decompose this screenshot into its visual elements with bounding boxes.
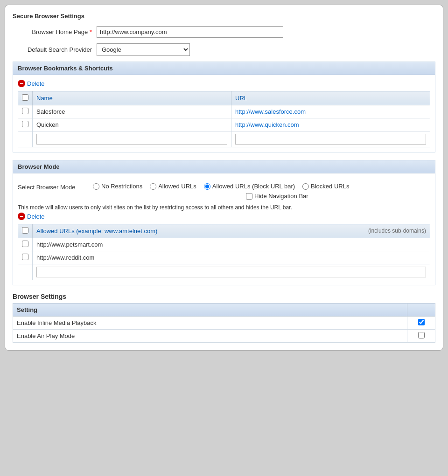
url-row-2-checkbox[interactable] — [22, 254, 28, 260]
allowed-urls-col-header: Allowed URLs (example: www.amtelnet.com)… — [33, 224, 430, 238]
setting-row-2-checkbox-cell — [407, 330, 435, 343]
radio-allowed-urls-block[interactable]: Allowed URLs (Block URL bar) — [204, 183, 295, 190]
browser-mode-section: Browser Mode Select Browser Mode No Rest… — [13, 160, 435, 285]
table-row: http://www.petsmart.com — [18, 238, 430, 251]
setting-row-1-checkbox-cell — [407, 317, 435, 330]
browser-mode-options-row: Select Browser Mode No Restrictions Allo… — [18, 183, 430, 200]
allowed-urls-delete-icon: − — [18, 213, 25, 220]
browser-mode-header: Browser Mode — [13, 160, 435, 173]
url-new-row-input-cell — [33, 264, 430, 280]
browser-mode-body: Select Browser Mode No Restrictions Allo… — [13, 173, 435, 285]
homepage-label: Browser Home Page * — [13, 28, 97, 35]
new-row-name-cell — [33, 131, 231, 147]
row-1-url: http://www.salesforce.com — [231, 105, 430, 118]
bookmarks-col-url: URL — [231, 91, 430, 105]
setting-row-1-label: Enable Inline Media Playback — [13, 317, 407, 330]
radio-no-restrictions[interactable]: No Restrictions — [93, 183, 142, 190]
radio-no-restrictions-input[interactable] — [93, 183, 99, 190]
bookmarks-col-name: Name — [33, 91, 231, 105]
setting-row-2-label: Enable Air Play Mode — [13, 330, 407, 343]
allowed-urls-table: Allowed URLs (example: www.amtelnet.com)… — [18, 224, 430, 280]
radio-allowed-urls-block-input[interactable] — [204, 183, 210, 190]
radio-blocked-urls-input[interactable] — [302, 183, 309, 190]
bookmarks-section: Browser Bookmarks & Shortcuts − Delete N… — [13, 62, 435, 152]
url-row-2-checkbox-cell — [18, 251, 33, 264]
setting-row-2-checkbox[interactable] — [418, 332, 425, 338]
homepage-row: Browser Home Page * — [13, 26, 435, 38]
search-provider-row: Default Search Provider Google Bing Yaho… — [13, 43, 435, 56]
bookmarks-header-row: Name URL — [18, 91, 430, 105]
settings-col-value — [407, 304, 435, 317]
radio-options-group: No Restrictions Allowed URLs Allowed URL… — [93, 183, 349, 190]
new-url-input[interactable] — [36, 267, 426, 277]
bookmarks-col-checkbox — [18, 91, 33, 105]
allowed-urls-header-row: Allowed URLs (example: www.amtelnet.com)… — [18, 224, 430, 238]
new-bookmark-url-input[interactable] — [235, 134, 426, 145]
radio-blocked-urls[interactable]: Blocked URLs — [302, 183, 349, 190]
browser-settings-title: Browser Settings — [13, 293, 435, 300]
allowed-urls-delete-link[interactable]: − Delete — [18, 213, 430, 220]
table-row-new — [18, 264, 430, 280]
bookmarks-table: Name URL Salesforce http:// — [18, 91, 430, 147]
bookmarks-header: Browser Bookmarks & Shortcuts — [13, 62, 435, 75]
url-new-row-checkbox-cell — [18, 264, 33, 280]
bookmarks-body: − Delete Name URL — [13, 75, 435, 152]
browser-settings-table: Setting Enable Inline Media Playback Ena… — [13, 303, 435, 343]
settings-header-row: Setting — [13, 304, 435, 317]
row-2-checkbox[interactable] — [22, 121, 28, 127]
bookmarks-delete-link[interactable]: − Delete — [18, 80, 430, 87]
select-browser-mode-label: Select Browser Mode — [18, 183, 90, 191]
main-container: Secure Browser Settings Browser Home Pag… — [5, 5, 443, 351]
table-row: Enable Air Play Mode — [13, 330, 435, 343]
homepage-input[interactable] — [97, 26, 283, 38]
search-provider-select[interactable]: Google Bing Yahoo — [97, 43, 190, 56]
url-row-1-checkbox-cell — [18, 238, 33, 251]
row-checkbox-cell — [18, 118, 33, 131]
new-bookmark-name-input[interactable] — [36, 134, 227, 145]
hide-nav-bar-checkbox[interactable] — [246, 193, 252, 200]
row-2-name: Quicken — [33, 118, 231, 131]
browser-mode-description: This mode will allow users to only visit… — [18, 204, 430, 211]
row-1-checkbox[interactable] — [22, 108, 28, 114]
row-2-url: http://www.quicken.com — [231, 118, 430, 131]
table-row: Enable Inline Media Playback — [13, 317, 435, 330]
bookmarks-delete-label: Delete — [27, 80, 45, 87]
allowed-urls-header-content: Allowed URLs (example: www.amtelnet.com)… — [36, 228, 426, 235]
page-title: Secure Browser Settings — [13, 13, 435, 20]
new-row-url-cell — [231, 131, 430, 147]
allowed-urls-col-checkbox — [18, 224, 33, 238]
table-row: http://www.reddit.com — [18, 251, 430, 264]
url-row-1-url: http://www.petsmart.com — [33, 238, 430, 251]
settings-col-setting: Setting — [13, 304, 407, 317]
bookmarks-delete-icon: − — [18, 80, 25, 87]
url-row-2-url: http://www.reddit.com — [33, 251, 430, 264]
allowed-urls-select-all-checkbox[interactable] — [22, 227, 28, 234]
allowed-urls-delete-label: Delete — [27, 213, 45, 220]
search-provider-label: Default Search Provider — [13, 46, 97, 53]
setting-row-1-checkbox[interactable] — [418, 319, 425, 325]
url-row-1-checkbox[interactable] — [22, 241, 28, 247]
radio-allowed-urls-input[interactable] — [150, 183, 156, 190]
table-row: Salesforce http://www.salesforce.com — [18, 105, 430, 118]
bookmarks-select-all-checkbox[interactable] — [22, 94, 28, 101]
table-row: Quicken http://www.quicken.com — [18, 118, 430, 131]
radio-allowed-urls[interactable]: Allowed URLs — [150, 183, 196, 190]
new-row-checkbox-cell — [18, 131, 33, 147]
hide-nav-row: Hide Navigation Bar — [93, 193, 349, 200]
row-checkbox-cell — [18, 105, 33, 118]
required-indicator: * — [90, 28, 92, 35]
browser-settings-section: Browser Settings Setting Enable Inline M… — [13, 293, 435, 343]
row-1-name: Salesforce — [33, 105, 231, 118]
table-row-new — [18, 131, 430, 147]
